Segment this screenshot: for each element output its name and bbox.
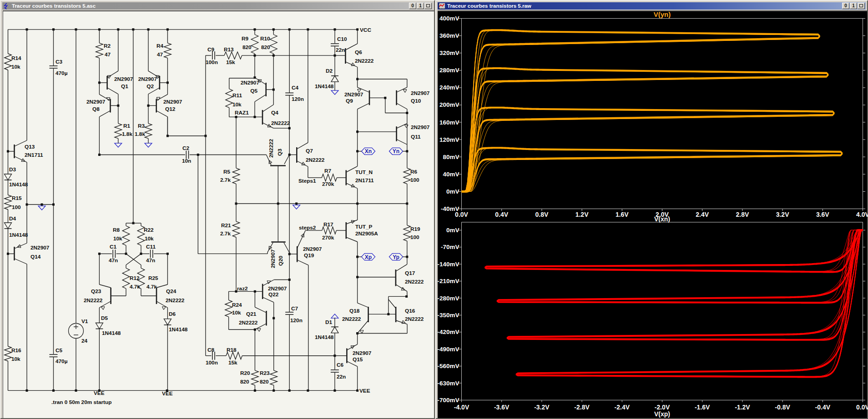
- svg-text:D1: D1: [325, 319, 333, 325]
- svg-text:D6: D6: [169, 311, 176, 317]
- svg-text:VEE: VEE: [359, 388, 370, 394]
- svg-text:47: 47: [157, 51, 163, 58]
- svg-text:10k: 10k: [145, 235, 154, 242]
- svg-text:R19: R19: [410, 226, 420, 232]
- svg-text:22n: 22n: [337, 374, 346, 380]
- svg-text:2.7k: 2.7k: [220, 177, 231, 183]
- svg-text:-420mV: -420mV: [437, 329, 459, 335]
- svg-text:V(xp): V(xp): [654, 410, 670, 418]
- svg-text:4.7k: 4.7k: [130, 284, 140, 290]
- svg-text:D3: D3: [9, 166, 16, 173]
- svg-text:R23: R23: [260, 370, 270, 376]
- svg-text:22n: 22n: [336, 47, 345, 53]
- svg-text:-560mV: -560mV: [437, 363, 459, 369]
- svg-text:100: 100: [410, 234, 419, 240]
- svg-text:Q23: Q23: [91, 288, 101, 294]
- svg-text:-1.2V: -1.2V: [735, 404, 750, 411]
- svg-text:Q6: Q6: [355, 49, 362, 55]
- svg-text:Q14: Q14: [30, 254, 41, 260]
- svg-text:2N2907: 2N2907: [353, 350, 372, 356]
- svg-text:15k: 15k: [226, 59, 235, 65]
- svg-text:D4: D4: [9, 215, 16, 222]
- svg-text:100n: 100n: [206, 359, 218, 366]
- svg-text:0mV: 0mV: [446, 227, 459, 234]
- svg-text:R1: R1: [123, 123, 131, 129]
- svg-text:1.8k: 1.8k: [122, 131, 132, 137]
- svg-text:2N2907: 2N2907: [268, 285, 287, 292]
- svg-text:Q11: Q11: [411, 134, 421, 140]
- svg-text:2.4V: 2.4V: [696, 211, 709, 218]
- svg-text:-140mV: -140mV: [437, 261, 459, 268]
- svg-text:1N4148: 1N4148: [315, 334, 334, 340]
- svg-text:R15: R15: [12, 195, 22, 201]
- svg-text:24: 24: [81, 338, 88, 344]
- svg-text:Q20: Q20: [278, 255, 284, 266]
- svg-text:-2.8V: -2.8V: [574, 404, 590, 411]
- svg-text:R2: R2: [104, 43, 111, 49]
- svg-text:Q8: Q8: [92, 106, 100, 112]
- svg-text:Q17: Q17: [405, 270, 415, 276]
- svg-text:Q19: Q19: [304, 252, 314, 259]
- svg-text:TUT_N: TUT_N: [355, 169, 373, 175]
- svg-text:820: 820: [261, 44, 270, 50]
- svg-text:470µ: 470µ: [56, 358, 68, 364]
- svg-text:320mV: 320mV: [439, 50, 459, 56]
- svg-text:2N2907: 2N2907: [303, 246, 322, 252]
- svg-text:R7: R7: [324, 168, 332, 174]
- svg-text:2N2222: 2N2222: [271, 120, 290, 126]
- svg-text:820: 820: [240, 379, 249, 385]
- svg-text:2.8V: 2.8V: [736, 211, 749, 218]
- svg-text:Q7: Q7: [306, 148, 313, 154]
- svg-text:Q12: Q12: [165, 106, 176, 112]
- svg-text:R6: R6: [410, 169, 418, 175]
- svg-text:1.8k: 1.8k: [135, 131, 145, 137]
- svg-text:270k: 270k: [322, 181, 334, 187]
- svg-text:0mV: 0mV: [446, 188, 459, 195]
- svg-text:2N2907: 2N2907: [344, 91, 363, 98]
- svg-text:2N2907: 2N2907: [138, 76, 157, 82]
- svg-text:15k: 15k: [228, 359, 237, 366]
- svg-text:Q16: Q16: [405, 308, 415, 314]
- svg-text:R11: R11: [232, 92, 242, 99]
- svg-text:1N4148: 1N4148: [315, 83, 334, 90]
- svg-text:R9: R9: [242, 35, 249, 42]
- svg-text:Q9: Q9: [346, 98, 353, 104]
- svg-text:R8: R8: [113, 227, 120, 233]
- svg-text:-3.6V: -3.6V: [494, 404, 510, 411]
- svg-text:Q10: Q10: [411, 98, 421, 104]
- svg-text:2N2222: 2N2222: [239, 319, 258, 326]
- svg-text:2N2907: 2N2907: [241, 80, 260, 86]
- svg-text:100n: 100n: [206, 59, 218, 65]
- svg-text:-700mV: -700mV: [437, 397, 459, 404]
- svg-text:TUT_P: TUT_P: [355, 224, 372, 230]
- svg-text:Q18: Q18: [349, 308, 360, 314]
- svg-text:-280mV: -280mV: [437, 295, 459, 302]
- svg-text:C9: C9: [207, 46, 215, 53]
- svg-text:Q15: Q15: [353, 356, 363, 363]
- svg-text:Q21: Q21: [246, 311, 257, 317]
- svg-text:47: 47: [105, 51, 111, 58]
- svg-text:360mV: 360mV: [439, 32, 459, 39]
- svg-text:0.4V: 0.4V: [495, 211, 508, 218]
- svg-text:-210mV: -210mV: [437, 278, 459, 284]
- svg-text:C3: C3: [56, 59, 63, 65]
- svg-text:Q3: Q3: [277, 149, 283, 156]
- svg-text:160mV: 160mV: [439, 119, 459, 126]
- svg-text:1N4148: 1N4148: [102, 330, 121, 336]
- svg-text:Q22: Q22: [268, 291, 279, 298]
- svg-text:-2.0V: -2.0V: [655, 404, 670, 411]
- svg-text:V(yn): V(yn): [654, 10, 671, 18]
- svg-text:0.0V: 0.0V: [856, 404, 868, 411]
- svg-text:R17: R17: [323, 221, 333, 228]
- svg-text:2N2907: 2N2907: [114, 76, 133, 82]
- svg-text:R4: R4: [156, 43, 164, 49]
- svg-text:Q13: Q13: [25, 144, 35, 150]
- svg-text:470µ: 470µ: [56, 70, 68, 76]
- svg-text:C5: C5: [56, 347, 63, 354]
- svg-text:Yn: Yn: [393, 148, 399, 155]
- svg-text:D2: D2: [326, 68, 333, 74]
- svg-text:820: 820: [242, 44, 252, 50]
- svg-text:2N2907: 2N2907: [411, 124, 430, 130]
- svg-text:120mV: 120mV: [439, 136, 459, 143]
- svg-text:R10: R10: [260, 35, 270, 42]
